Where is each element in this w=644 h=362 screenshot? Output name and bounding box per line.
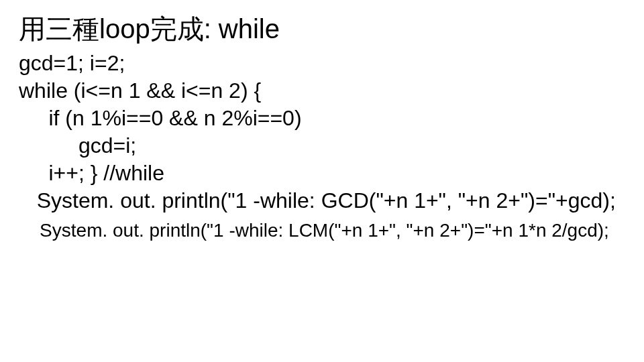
slide-body: gcd=1; i=2; while (i<=n 1 && i<=n 2) { i… xyxy=(19,50,625,243)
code-line: while (i<=n 1 && i<=n 2) { xyxy=(19,77,625,105)
code-line: System. out. println("1 -while: LCM("+n … xyxy=(19,219,625,243)
code-line: if (n 1%i==0 && n 2%i==0) xyxy=(19,105,625,132)
code-line: System. out. println("1 -while: GCD("+n … xyxy=(19,187,625,215)
slide-title: 用三種loop完成: while xyxy=(19,12,625,46)
code-line: gcd=i; xyxy=(19,132,625,160)
slide: 用三種loop完成: while gcd=1; i=2; while (i<=n… xyxy=(0,0,644,362)
code-line: gcd=1; i=2; xyxy=(19,50,625,77)
code-line: i++; } //while xyxy=(19,160,625,187)
